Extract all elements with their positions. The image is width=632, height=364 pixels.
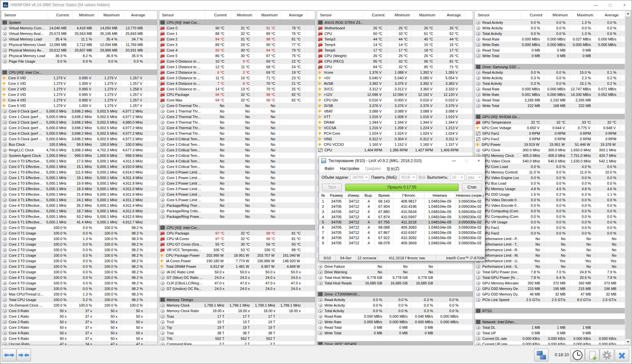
sensor-row[interactable]: Current DL rate0.000 KB/s0.000 KB/s0.000… <box>475 336 631 341</box>
sensor-row[interactable]: Read Rate0.000 MB/s0.000 MB/s12.747 MB/s… <box>475 86 631 92</box>
sensor-row[interactable]: Physical Memory Av...20,612 MB20,607 MB2… <box>1 47 157 53</box>
linx-result-row[interactable]: 53470534712467.755411.32181.048104e-093.… <box>319 220 485 225</box>
sensor-row[interactable]: GPU Temperature32 °C32 °C33 °C32 °C <box>475 119 631 125</box>
sensor-row[interactable]: Performance Limit - U...YesYesYesYes <box>475 258 631 264</box>
sensor-row[interactable]: Total Activity0.0 %0.0 %0.3 %0.0 % <box>317 308 473 313</box>
sensor-row[interactable]: CPU Package Power202.995 W18.951 W203.70… <box>159 252 315 258</box>
sensor-row[interactable]: CPU Package94 °C32 °C98 °C82 °C <box>159 92 315 97</box>
run-count-select[interactable]: 10 <box>450 174 465 181</box>
sensor-row[interactable]: Read Total0 MB0 MB0 MB <box>475 47 631 53</box>
sensor-row[interactable]: Core 1 T1 Usage100.0 %0.0 %100.0 %98.2 % <box>1 241 157 247</box>
linx-result-row[interactable]: 83470534712467.922410.30921.048104e-093.… <box>319 235 485 240</box>
sensor-row[interactable]: Core 5 Power Limit ...NoNoNo <box>159 197 315 203</box>
sensor-row[interactable]: CLR (CBo/LLC/Ring...47.0 x47.0 x47.0 x47… <box>159 280 315 286</box>
sensor-row[interactable]: CPU IA Cores97 °C32 °C98 °C81 °C <box>159 236 315 241</box>
sensor-row[interactable]: VCCSA1.216 V1.208 V1.224 V1.213 V <box>317 125 473 130</box>
sensor-row[interactable]: Temp414 °C14 °C15 °C15 °C <box>317 42 473 47</box>
sensor-row[interactable]: Read Activity0.0 %0.0 %0.3 %0.0 % <box>317 297 473 302</box>
sensor-row[interactable]: Performance Limit - P...NoNoNoNo <box>475 236 631 241</box>
sensor-row[interactable]: GPU Fan10 RPM0 RPM0 RPM0 RPM <box>475 130 631 136</box>
sensor-row[interactable]: VIN30.312 V0.304 V0.312 V0.311 V <box>317 136 473 142</box>
column-header[interactable]: Maximum <box>256 11 282 19</box>
sensor-row[interactable]: Drive FailureNoNoNo <box>317 264 473 269</box>
linx-result-row[interactable]: 43470534712467.874410.59971.048104e-093.… <box>319 214 485 220</box>
sensor-row[interactable]: Total CPU Usage100.0 %0.2 %100.0 %98.2 % <box>1 297 157 302</box>
sensor-row[interactable]: GPU VR Usage0.0 %0.0 %0.0 %0.0 % <box>475 219 631 225</box>
sensor-row[interactable]: Core 2 T1 Effective...5,000.1 MHz18.3 MH… <box>1 186 157 191</box>
scrollbar-thumb[interactable] <box>625 17 630 339</box>
section-header-row[interactable]: CPU [#0]: Intel Cor... <box>1 69 157 75</box>
vertical-scrollbar[interactable] <box>625 11 631 345</box>
sensor-row[interactable]: Total GPU Power [% ...7.8 %6.4 %20.6 %7.… <box>475 275 631 280</box>
report-button[interactable] <box>585 349 599 361</box>
sensor-row[interactable]: IA OC Ratio Limit50.0 x50.0 x50.0 x50.0 … <box>159 269 315 275</box>
sensor-row[interactable]: Command Rate2 T2 T2 T <box>159 341 315 345</box>
sensor-row[interactable]: CPU (Weight)26 °C26 °C26 °C26 °C <box>317 53 473 58</box>
sensor-row[interactable]: GT (Unslice) OC Ra...24.0 x24.0 x24.0 x2… <box>159 286 315 291</box>
column-header[interactable]: Average <box>440 11 465 19</box>
sensor-row[interactable]: GPU Fan20.0 %0.0 %0.0 %0.0 % <box>475 230 631 236</box>
sensor-row[interactable]: Core 5 T0 Usage100.0 %0.0 %100.0 %98.2 % <box>1 280 157 286</box>
sensor-row[interactable]: Core 1 Critical Tem...NoNoNo <box>159 142 315 147</box>
sensor-row[interactable]: Read Total2,265 MB2,192 MB2,265 MB <box>475 97 631 103</box>
sensor-row[interactable]: Tras38 T38 T38 T <box>159 330 315 336</box>
linx-result-row[interactable]: 23470534712467.904410.41961.048104e-093.… <box>319 204 485 209</box>
sensor-row[interactable]: Core 1 Power Limit ...NoNoNo <box>159 175 315 180</box>
sensor-row[interactable]: GPU Memory Controll...11.0 %0.0 %11.0 %1… <box>475 169 631 175</box>
sensor-row[interactable]: Package/Ring Powe...NoNoNo <box>159 214 315 219</box>
sensor-row[interactable]: DRAM1.344 V1.344 V1.344 V1.344 V <box>317 119 473 125</box>
sensor-row[interactable]: IA Cores Power190.180 W7.774 W190.886 W1… <box>159 258 315 264</box>
sensor-row[interactable]: Temp517 °C17 °C18 °C17 °C <box>317 47 473 53</box>
sensor-row[interactable]: Core 493 °C30 °C94 °C79 °C <box>159 47 315 53</box>
linx-result-row[interactable]: 33470534712467.880410.56341.048104e-093.… <box>319 209 485 214</box>
column-header[interactable]: Current <box>521 11 547 19</box>
sensor-row[interactable]: Write Total0 MB0 MB0 MB <box>475 53 631 58</box>
sensor-row[interactable]: GPU D3D Memory Dy...46 MB32 MB47 MB32 MB <box>475 291 631 297</box>
sensor-row[interactable]: PCH Core1.024 V1.024 V1.024 V1.024 V <box>317 130 473 136</box>
sensor-row[interactable]: Physical Memory Load36.9 %8.2 %36.9 %35.… <box>1 53 157 58</box>
all-memory-label[interactable]: Вся <box>418 175 425 180</box>
remote-sensing-button[interactable] <box>534 349 549 361</box>
sensor-row[interactable]: GPU Bus Load0.0 %0.0 %0.0 %0.0 % <box>475 180 631 186</box>
sensor-row[interactable]: Core 2 Ratio50 x37 x50 x50 x <box>1 319 157 325</box>
sensor-row[interactable]: +5V5.040 V5.040 V5.080 V5.054 V <box>317 75 473 81</box>
scroll-down-icon[interactable] <box>625 339 631 345</box>
column-header[interactable]: Sensor <box>475 11 521 19</box>
linx-result-row[interactable]: 93470534712468.078409.36691.048104e-093.… <box>319 240 485 246</box>
sensor-row[interactable]: GPU Clock300.0 MHz300.0 MHz1,650.0 MHz30… <box>475 147 631 153</box>
sensor-row[interactable]: Bus Clock100.0 MHz99.9 MHz100.0 MHz100.0… <box>1 142 157 147</box>
sensor-row[interactable]: Core 2 Power Limit ...NoNoNo <box>159 180 315 186</box>
sensor-row[interactable]: CPU (PECI)95 °C32 °C96 °C81 °C <box>317 58 473 64</box>
linx-menu-item[interactable]: 정보(Z) <box>384 166 402 172</box>
sensor-row[interactable]: Write Rate0.000 MB/s0.000 MB/s0.000 MB/s… <box>317 319 473 325</box>
sensor-row[interactable]: Read Activity0.0 %0.0 %1.3 %0.0 % <box>475 20 631 25</box>
column-header[interactable]: Maximum <box>98 11 124 19</box>
section-header-row[interactable]: System <box>1 20 157 25</box>
sensor-row[interactable]: GPU Power19.519 W15.951 W51.446 W19.378 … <box>475 142 631 147</box>
sensor-row[interactable]: Core 3 VID1.279 V0.995 V1.279 V1.257 V <box>1 92 157 97</box>
column-header[interactable]: Minimum <box>547 11 572 19</box>
sensor-row[interactable]: GPU Computing (Com...0.0 %0.0 %0.0 %0.0 … <box>475 208 631 214</box>
section-header-row[interactable]: ASUS ROG STRIX Z3... <box>317 20 473 25</box>
sensor-row[interactable]: Write Rate0.001 MB/s0.000 MB/s14.330 MB/… <box>475 92 631 97</box>
sensor-row[interactable]: CPU60 °C33 °C61 °C52 °C <box>317 31 473 36</box>
memory-select[interactable]: 9216 <box>399 174 416 181</box>
sensor-row[interactable]: Total Activity0.3 %0.0 %15.1 %0.2 % <box>475 81 631 86</box>
sensor-row[interactable]: Trp19 T19 T19 T <box>159 325 315 330</box>
sensor-row[interactable]: Core 3 T0 Effective...5,000.1 MHz21.8 MH… <box>1 191 157 197</box>
sensor-row[interactable]: GPU Video Engine Load0.0 %0.0 %0.0 %0.0 … <box>475 175 631 180</box>
sensor-row[interactable]: Read Rate0.000 MB/s0.000 MB/s0.040 MB/s0… <box>317 313 473 319</box>
sensor-row[interactable]: Core 3 Power Limit ...NoNoNo <box>159 186 315 191</box>
sensor-row[interactable]: Core 1 T1 Effective...5,000.1 MHz19.1 MH… <box>1 175 157 180</box>
sensor-row[interactable]: Core 3 T1 Usage100.0 %0.0 %100.0 %98.2 % <box>1 264 157 269</box>
sensor-row[interactable]: CPU Package97 °C32 °C98 °C81 °C <box>159 230 315 236</box>
sensor-row[interactable]: Vcore1.376 V1.088 V1.392 V1.355 V <box>317 69 473 75</box>
sensor-row[interactable]: Core 1 VID1.279 V1.000 V1.279 V1.257 V <box>1 81 157 86</box>
sensor-row[interactable]: Write Rate0.000 MB/s0.000 MB/s0.000 MB/s… <box>475 42 631 47</box>
section-header-row[interactable]: RTSS <box>475 308 631 313</box>
sensor-row[interactable]: Core 294 °C31 °C98 °C81 °C <box>159 36 315 42</box>
sensor-row[interactable]: Core 4 Clock (perf ...5,000.0 MHz3,698.2… <box>1 130 157 136</box>
section-header-row[interactable]: Drive: Samsung SSD ... <box>475 64 631 69</box>
column-header[interactable]: Average <box>124 11 149 19</box>
sensor-row[interactable]: Core 0 Ratio50 x37 x50 x50 x <box>1 308 157 313</box>
